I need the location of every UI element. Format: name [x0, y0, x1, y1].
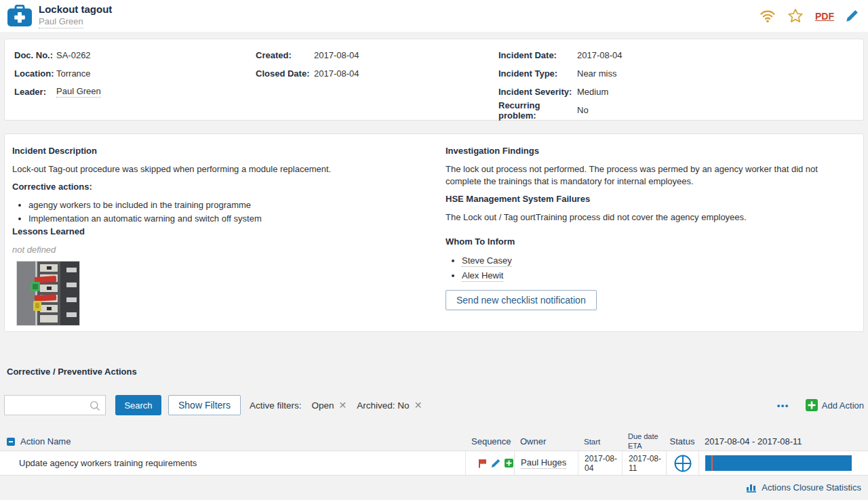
gantt-cell	[698, 451, 868, 475]
col-sequence: Sequence	[465, 436, 514, 446]
add-plus-icon	[806, 399, 818, 411]
col-action-name: Action Name	[20, 436, 71, 446]
list-item: Implementation an automatic warning and …	[28, 212, 429, 226]
lessons-learned-title: Lessons Learned	[12, 226, 429, 237]
incident-severity-value: Medium	[577, 87, 608, 97]
corrective-actions-list: agengy workers to be included in the tra…	[12, 199, 429, 226]
closed-date-label: Closed Date:	[256, 68, 314, 79]
list-item: Steve Casey	[462, 253, 852, 268]
recurring-problem-value: No	[577, 105, 589, 115]
incident-date-label: Incident Date:	[498, 50, 577, 60]
lessons-learned-value: not defined	[12, 244, 429, 256]
hse-failures-title: HSE Management System Failures	[446, 193, 852, 205]
closed-date-row: Closed Date: 2017-08-04	[256, 64, 359, 83]
whom-to-inform-title: Whom To Inform	[446, 236, 852, 247]
flag-icon[interactable]	[478, 459, 487, 468]
add-action-label: Add Action	[822, 400, 864, 411]
hse-failures-text: The Lock out / Tag ourtTraining process …	[446, 211, 852, 224]
star-icon[interactable]	[787, 8, 804, 24]
whom-to-inform-list: Steve Casey Alex Hewit	[446, 253, 852, 283]
incident-description-title: Incident Description	[12, 145, 429, 157]
bar-chart-icon	[746, 482, 757, 493]
recurring-problem-row: Recurring problem: No	[498, 101, 623, 119]
filter-chip-open: Open ✕	[312, 400, 347, 411]
actions-toolbar: Search Show Filters Active filters: Open…	[4, 395, 864, 415]
header-owner-link[interactable]: Paul Green	[39, 16, 83, 28]
leader-link[interactable]: Paul Green	[56, 86, 101, 98]
created-label: Created:	[256, 50, 314, 60]
pdf-button[interactable]: PDF	[815, 11, 834, 22]
gantt-today-marker	[711, 455, 713, 471]
col-due-date-eta: Due date ETA	[622, 432, 666, 450]
list-item: Alex Hewit	[462, 268, 852, 283]
action-table-row[interactable]: Update agency workers training requireme…	[0, 451, 868, 476]
col-owner: Owner	[514, 436, 578, 446]
incident-severity-row: Incident Severity: Medium	[498, 83, 623, 101]
stats-link-label: Actions Closure Statistics	[762, 482, 861, 493]
medkit-icon	[7, 5, 33, 27]
location-row: Location: Torrance	[14, 64, 101, 83]
incident-type-row: Incident Type: Near miss	[498, 64, 623, 83]
doc-info-panel: Doc. No.: SA-0262 Location: Torrance Lea…	[4, 39, 864, 121]
status-target-icon[interactable]	[673, 454, 692, 473]
owner-cell: Paul Huges	[514, 451, 578, 475]
location-label: Location:	[14, 68, 56, 79]
incident-date-value: 2017-08-04	[577, 50, 623, 60]
investigation-findings-text: The lock out process not performed. The …	[446, 163, 850, 188]
inform-person-link[interactable]: Steve Casey	[462, 255, 512, 267]
edit-icon[interactable]	[846, 9, 859, 22]
show-filters-button[interactable]: Show Filters	[168, 395, 241, 415]
actions-closure-statistics-link[interactable]: Actions Closure Statistics	[746, 482, 861, 493]
incident-date-row: Incident Date: 2017-08-04	[498, 46, 623, 64]
incident-details-panel: Incident Description Lock-out Tag-out pr…	[4, 133, 864, 332]
col-start: Start	[578, 438, 622, 446]
inform-person-link[interactable]: Alex Hewit	[462, 270, 503, 282]
action-name-cell[interactable]: Update agency workers training requireme…	[0, 451, 465, 475]
search-input[interactable]	[5, 396, 105, 415]
created-value: 2017-08-04	[314, 50, 359, 60]
add-action-button[interactable]: Add Action	[806, 399, 864, 411]
search-input-wrap	[4, 395, 106, 415]
wifi-icon[interactable]	[760, 9, 776, 23]
doc-no-label: Doc. No.:	[14, 50, 56, 60]
actions-table-header: Action Name Sequence Owner Start Due dat…	[0, 432, 868, 451]
active-filters-label: Active filters:	[250, 400, 302, 411]
app-header: Lockout tagout Paul Green PDF	[0, 0, 868, 32]
actions-section-title: Corrective / Preventive Actions	[7, 367, 137, 377]
edit-action-icon[interactable]	[491, 459, 500, 468]
gantt-bar	[705, 455, 852, 471]
filter-chip-label: Archived: No	[357, 400, 409, 411]
doc-no-value: SA-0262	[56, 50, 91, 60]
sequence-cell	[465, 451, 514, 475]
lockout-photo-thumbnail[interactable]	[16, 261, 80, 326]
add-subaction-icon[interactable]	[505, 459, 513, 467]
incident-description-text: Lock-out Tag-out procedure was skipped w…	[12, 163, 429, 175]
collapse-icon[interactable]	[7, 438, 15, 446]
leader-label: Leader:	[14, 87, 56, 97]
due-cell: 2017-08-11	[622, 451, 666, 475]
status-cell	[666, 451, 698, 475]
filter-chip-label: Open	[312, 400, 334, 411]
closed-date-value: 2017-08-04	[314, 68, 359, 79]
remove-filter-icon[interactable]: ✕	[414, 400, 422, 410]
incident-type-label: Incident Type:	[498, 68, 577, 79]
send-checklist-notification-button[interactable]: Send new checklist notification	[446, 290, 597, 310]
list-item: agengy workers to be included in the tra…	[28, 199, 429, 212]
remove-filter-icon[interactable]: ✕	[339, 400, 347, 410]
doc-no-row: Doc. No.: SA-0262	[14, 46, 101, 64]
recurring-problem-label: Recurring problem:	[498, 100, 577, 121]
col-date-range: 2017-08-04 - 2017-08-11	[698, 436, 868, 446]
location-value: Torrance	[56, 68, 91, 79]
incident-severity-label: Incident Severity:	[498, 87, 577, 97]
created-row: Created: 2017-08-04	[256, 46, 359, 64]
leader-row: Leader: Paul Green	[14, 83, 101, 101]
incident-type-value: Near miss	[577, 68, 617, 79]
search-button[interactable]: Search	[115, 395, 161, 415]
filter-chip-archived: Archived: No ✕	[357, 400, 422, 411]
start-cell: 2017-08-04	[578, 451, 622, 475]
col-status: Status	[666, 436, 698, 446]
page-title: Lockout tagout	[39, 3, 112, 16]
corrective-actions-title: Corrective actions:	[12, 181, 429, 192]
more-options-button[interactable]: •••	[777, 400, 789, 411]
owner-link[interactable]: Paul Huges	[521, 457, 566, 469]
